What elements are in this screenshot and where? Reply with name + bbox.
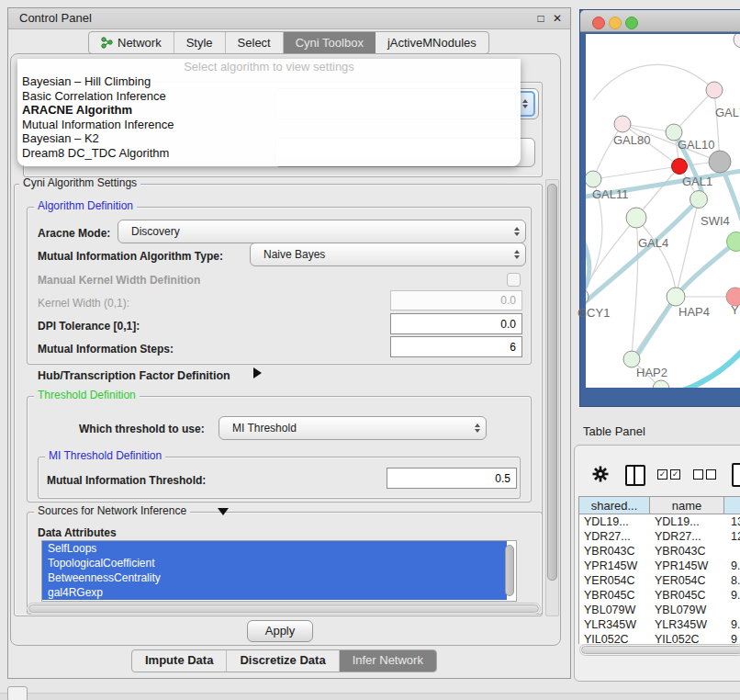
aracne-mode-value: Discovery — [118, 225, 509, 238]
algorithm-option[interactable]: Mutual Information Inference — [17, 118, 521, 132]
which-threshold-combo[interactable]: MI Threshold — [219, 416, 487, 440]
split-columns-icon[interactable] — [625, 465, 645, 486]
unchecked-checkbox-icon[interactable] — [706, 469, 716, 480]
node-label: GCY1 — [577, 306, 610, 320]
network-canvas[interactable]: GAL7 GAL80 GAL10 GAL1 GAL11 SWI4 GAL4 GC… — [586, 34, 740, 388]
zoom-traffic-light-icon[interactable] — [625, 17, 638, 29]
aracne-mode-combo[interactable]: Discovery — [118, 220, 526, 243]
settings-scrollbar-thumb[interactable] — [547, 184, 557, 581]
algorithm-placeholder: Select algorithm to view settings — [17, 59, 521, 74]
algorithm-option[interactable]: Bayesian – Hill Climbing — [17, 74, 521, 89]
table-row[interactable]: YPR145WYPR145W9. — [579, 559, 740, 573]
table-horizontal-scrollbar[interactable] — [579, 644, 740, 656]
mi-type-combo[interactable]: Naive Bayes — [250, 243, 526, 266]
table-row[interactable]: YDR27...YDR27...12 — [579, 529, 740, 544]
tab-discretize-data[interactable]: Discretize Data — [227, 650, 339, 672]
table-row[interactable]: YER054CYER054C8. — [579, 573, 740, 588]
algorithm-dropdown-popup: Select algorithm to view settings Bayesi… — [17, 59, 521, 166]
bottom-tabs: Impute Data Discretize Data Infer Networ… — [131, 649, 437, 672]
network-view-window: GAL7 GAL80 GAL10 GAL1 GAL11 SWI4 GAL4 GC… — [579, 9, 740, 407]
node-hap4 — [667, 288, 685, 306]
apply-button[interactable]: Apply — [247, 620, 313, 642]
tab-infer-network[interactable]: Infer Network — [340, 650, 436, 672]
dpi-tolerance-label: DPI Tolerance [0,1]: — [38, 320, 140, 333]
minimize-traffic-light-icon[interactable] — [609, 17, 622, 29]
node-label: GAL80 — [613, 133, 650, 147]
settings-scrollbar-track[interactable] — [545, 179, 559, 616]
column-header-partial[interactable] — [724, 497, 740, 514]
mi-threshold-field[interactable] — [387, 468, 517, 489]
close-traffic-light-icon[interactable] — [592, 17, 605, 29]
expand-right-icon[interactable] — [253, 367, 262, 378]
mi-type-value: Naive Bayes — [251, 248, 509, 261]
algorithm-option[interactable]: Dream8 DC_TDC Algorithm — [17, 146, 521, 161]
tab-jactivemnodules[interactable]: jActiveMNodules — [376, 32, 488, 53]
combo-spinner-icon — [509, 220, 525, 243]
cyni-settings-group-title: Cyni Algorithm Settings — [19, 177, 140, 189]
tab-select-label: Select — [238, 33, 271, 53]
aracne-mode-label: Aracne Mode: — [38, 227, 110, 240]
table-row[interactable]: YLR345WYLR345W9. — [579, 617, 740, 632]
table-row[interactable]: YBR045CYBR045C9. — [579, 588, 740, 603]
data-attributes-list[interactable]: SelfLoops TopologicalCoefficient Between… — [41, 540, 517, 602]
node-label: GAL1 — [682, 175, 712, 188]
manual-kernel-label: Manual Kernel Width Definition — [38, 274, 200, 287]
tab-select[interactable]: Select — [226, 32, 284, 53]
node-gal7 — [706, 82, 723, 98]
close-window-icon[interactable]: ✕ — [550, 8, 565, 28]
checked-checkbox-icon[interactable]: ✓ — [670, 469, 680, 480]
gear-icon[interactable] — [591, 465, 610, 483]
checked-checkbox-icon[interactable]: ✓ — [657, 469, 667, 480]
attribute-item[interactable]: gal4RGexp — [42, 585, 507, 600]
node-swi4 — [690, 191, 708, 209]
sources-horizontal-scrollbar[interactable] — [27, 603, 541, 615]
float-window-icon[interactable]: □ — [533, 8, 548, 28]
table-toolbar: ✓ ✓ — [575, 462, 740, 490]
tab-impute-data[interactable]: Impute Data — [132, 650, 227, 672]
manual-kernel-checkbox[interactable] — [507, 273, 521, 287]
table-panel-title: Table Panel — [583, 424, 645, 438]
node-label: HAP2 — [636, 366, 667, 379]
attribute-item[interactable]: SelfLoops — [42, 541, 507, 556]
table-horizontal-scrollbar-thumb[interactable] — [581, 646, 740, 654]
tab-network[interactable]: Network — [89, 32, 174, 53]
list-scrollbar-thumb[interactable] — [505, 545, 514, 596]
node-label: HAP4 — [678, 305, 710, 319]
mi-steps-field[interactable] — [390, 336, 522, 357]
column-header-shared-name[interactable]: shared... — [579, 497, 650, 514]
table-row[interactable]: YDL19...YDL19...13 — [579, 514, 740, 529]
mi-threshold-title: MI Threshold Definition — [45, 450, 165, 462]
node-partial-bottom — [653, 380, 669, 388]
dpi-tolerance-field[interactable] — [390, 313, 522, 334]
table-row[interactable]: YBR043CYBR043C — [579, 544, 740, 559]
tab-cyni-toolbox[interactable]: Cyni Toolbox — [284, 32, 376, 53]
mi-threshold-label: Mutual Information Threshold: — [47, 474, 206, 487]
node-gray — [709, 151, 731, 173]
node-gal11 — [586, 171, 601, 187]
algorithm-option-selected[interactable]: ARACNE Algorithm — [17, 103, 521, 118]
which-threshold-label: Which threshold to use: — [79, 423, 205, 435]
algorithm-definition-title: Algorithm Definition — [34, 200, 137, 212]
network-nodes — [586, 34, 740, 388]
attribute-item[interactable]: BetweennessCentrality — [42, 570, 507, 585]
table-row[interactable]: YBL079WYBL079W — [579, 603, 740, 617]
network-edge-bright — [678, 346, 740, 388]
column-header-name[interactable]: name — [650, 497, 724, 514]
application-root: Control Panel □ ✕ Network Style Select C… — [0, 0, 740, 700]
network-window-titlebar — [580, 10, 740, 32]
minimized-panel-icon[interactable] — [7, 686, 28, 700]
table-row[interactable]: YIL052CYIL052C9 — [579, 632, 740, 644]
sources-horizontal-scrollbar-thumb[interactable] — [28, 604, 539, 613]
kernel-width-field — [390, 290, 522, 310]
node-partial-top — [734, 34, 740, 48]
algorithm-option[interactable]: Bayesian – K2 — [17, 131, 521, 146]
collapse-down-icon[interactable] — [218, 508, 229, 515]
tab-style[interactable]: Style — [174, 32, 226, 53]
mi-type-label: Mutual Information Algorithm Type: — [38, 250, 223, 263]
attribute-item[interactable]: TopologicalCoefficient — [42, 556, 507, 570]
table-body[interactable]: YDL19...YDL19...13 YDR27...YDR27...12 YB… — [578, 514, 740, 644]
algorithm-option[interactable]: Basic Correlation Inference — [17, 89, 521, 104]
unchecked-checkbox-icon[interactable] — [693, 469, 703, 480]
sources-title: Sources for Network Inference — [34, 505, 190, 517]
document-icon[interactable] — [732, 463, 740, 487]
